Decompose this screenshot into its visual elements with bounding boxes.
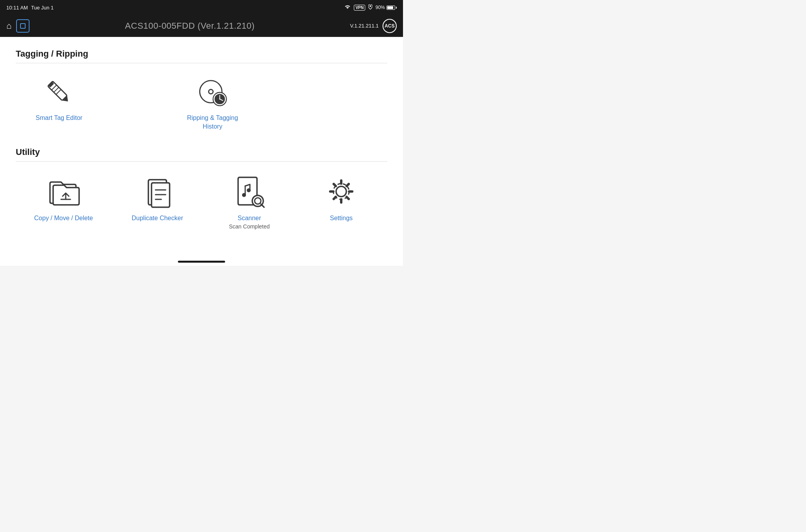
- svg-line-6: [56, 90, 61, 95]
- time-display: 10:11 AM: [6, 5, 28, 11]
- tagging-divider: [16, 63, 387, 63]
- battery-display: 90%: [375, 5, 397, 10]
- location-icon: [368, 4, 372, 11]
- ripping-tagging-history-item[interactable]: Ripping & TaggingHistory: [173, 73, 252, 135]
- square-button[interactable]: [16, 19, 30, 33]
- smart-tag-editor-item[interactable]: Smart Tag Editor: [16, 73, 94, 135]
- folder-arrows-icon: [46, 175, 81, 208]
- tagging-grid: Smart Tag Editor Ripping & TaggingHi: [16, 73, 387, 135]
- svg-line-5: [54, 87, 59, 92]
- smart-tag-editor-label: Smart Tag Editor: [36, 114, 83, 122]
- utility-divider: [16, 161, 387, 162]
- home-indicator: [178, 261, 225, 263]
- pencil-icon: [43, 77, 75, 108]
- duplicate-checker-label: Duplicate Checker: [131, 214, 183, 223]
- documents-icon: [140, 175, 175, 208]
- svg-point-22: [336, 186, 346, 197]
- svg-marker-3: [62, 96, 70, 104]
- acs-badge[interactable]: ACS: [383, 19, 397, 33]
- svg-point-8: [209, 89, 213, 94]
- square-btn-inner: [20, 23, 26, 29]
- wifi-icon: [344, 4, 351, 11]
- ripping-tagging-history-label: Ripping & TaggingHistory: [187, 114, 238, 131]
- nav-bar: ⌂ ACS100-005FDD (Ver.1.21.210) V.1.21.21…: [0, 15, 403, 37]
- gear-icon: [324, 175, 359, 208]
- nav-title: ACS100-005FDD (Ver.1.21.210): [125, 21, 255, 31]
- svg-point-18: [247, 188, 251, 192]
- scanner-label: Scanner: [238, 214, 261, 223]
- battery-icon: [386, 6, 397, 10]
- nav-right: V.1.21.211.1 ACS: [350, 19, 397, 33]
- svg-point-13: [219, 99, 220, 100]
- svg-point-17: [242, 193, 246, 197]
- home-icon[interactable]: ⌂: [6, 21, 11, 31]
- main-content: Tagging / Ripping S: [0, 37, 403, 266]
- tagging-section-title: Tagging / Ripping: [16, 49, 387, 59]
- utility-grid: Copy / Move / Delete Dupli: [16, 171, 387, 234]
- svg-line-4: [52, 85, 57, 90]
- settings-label: Settings: [330, 214, 353, 223]
- battery-percent: 90%: [375, 5, 385, 10]
- svg-point-0: [370, 6, 371, 7]
- version-label: V.1.21.211.1: [350, 23, 379, 29]
- status-right: VPN 90%: [344, 4, 397, 11]
- status-left: 10:11 AM Tue Jun 1: [6, 5, 54, 11]
- date-display: Tue Jun 1: [31, 5, 54, 11]
- vpn-icon: VPN: [354, 5, 365, 11]
- utility-section-title: Utility: [16, 147, 387, 157]
- duplicate-checker-item[interactable]: Duplicate Checker: [122, 171, 193, 234]
- nav-left: ⌂: [6, 19, 30, 33]
- status-bar: 10:11 AM Tue Jun 1 VPN 90%: [0, 0, 403, 15]
- scanner-sublabel: Scan Completed: [229, 223, 270, 230]
- disc-clock-icon: [197, 77, 228, 108]
- scanner-item[interactable]: Scanner Scan Completed: [214, 171, 285, 234]
- music-search-icon: [232, 175, 267, 208]
- copy-move-delete-label: Copy / Move / Delete: [34, 214, 93, 223]
- copy-move-delete-item[interactable]: Copy / Move / Delete: [26, 171, 101, 234]
- settings-item[interactable]: Settings: [306, 171, 377, 234]
